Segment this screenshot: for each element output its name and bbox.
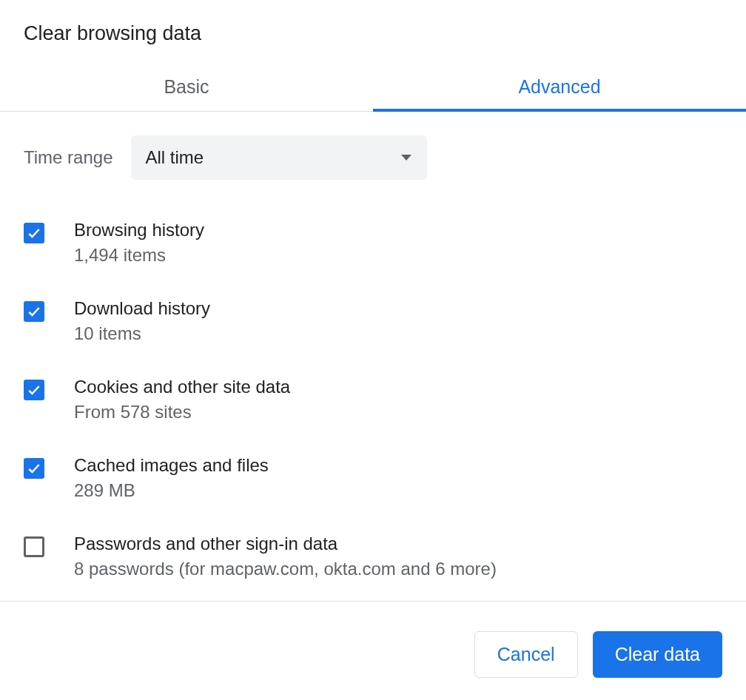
option-title: Cookies and other site data [74,377,290,397]
option-title: Download history [74,298,210,319]
check-icon [27,383,41,397]
checkbox-download-history[interactable] [24,301,44,322]
dialog-footer: Cancel Clear data [0,601,746,700]
checkbox-browsing-history[interactable] [24,223,44,243]
option-text: Cached images and files 289 MB [74,455,269,501]
option-passwords: Passwords and other sign-in data 8 passw… [24,517,722,596]
option-title: Cached images and files [74,455,269,476]
option-sub: 10 items [74,323,210,344]
checkbox-cache[interactable] [24,458,44,479]
option-text: Download history 10 items [74,298,210,344]
tab-basic[interactable]: Basic [0,63,373,111]
options-list: Browsing history 1,494 items Download hi… [0,198,746,601]
tab-advanced-label: Advanced [518,76,600,97]
option-sub: From 578 sites [74,402,290,423]
option-download-history: Download history 10 items [24,282,722,360]
option-title: Passwords and other sign-in data [74,534,497,554]
checkbox-cookies[interactable] [24,380,44,400]
option-sub: 1,494 items [74,245,204,266]
option-sub: 289 MB [74,480,269,501]
time-range-label: Time range [24,147,113,168]
time-range-select[interactable]: All time [131,135,427,180]
tabs: Basic Advanced [0,63,746,112]
option-title: Browsing history [74,220,204,240]
option-text: Passwords and other sign-in data 8 passw… [74,534,497,579]
check-icon [27,226,41,240]
tab-advanced[interactable]: Advanced [373,63,746,111]
option-cookies: Cookies and other site data From 578 sit… [24,360,722,439]
option-text: Cookies and other site data From 578 sit… [74,377,290,423]
option-sub: 8 passwords (for macpaw.com, okta.com an… [74,559,497,579]
time-range-value: All time [146,147,204,168]
option-autofill: Auto-fill form data [24,596,722,601]
checkbox-passwords[interactable] [24,536,44,557]
dialog-title: Clear browsing data [0,0,746,63]
check-icon [27,304,41,319]
time-range-row: Time range All time [0,112,746,198]
scroll-area: Time range All time Browsing history 1,4… [0,112,746,601]
cancel-button[interactable]: Cancel [474,631,578,678]
tab-basic-label: Basic [164,76,209,97]
clear-data-button[interactable]: Clear data [593,631,722,678]
option-text: Browsing history 1,494 items [74,220,204,266]
option-browsing-history: Browsing history 1,494 items [24,203,722,282]
check-icon [27,461,41,476]
option-cache: Cached images and files 289 MB [24,439,722,517]
clear-browsing-data-dialog: Clear browsing data Basic Advanced Time … [0,0,746,700]
chevron-down-icon [400,151,412,164]
